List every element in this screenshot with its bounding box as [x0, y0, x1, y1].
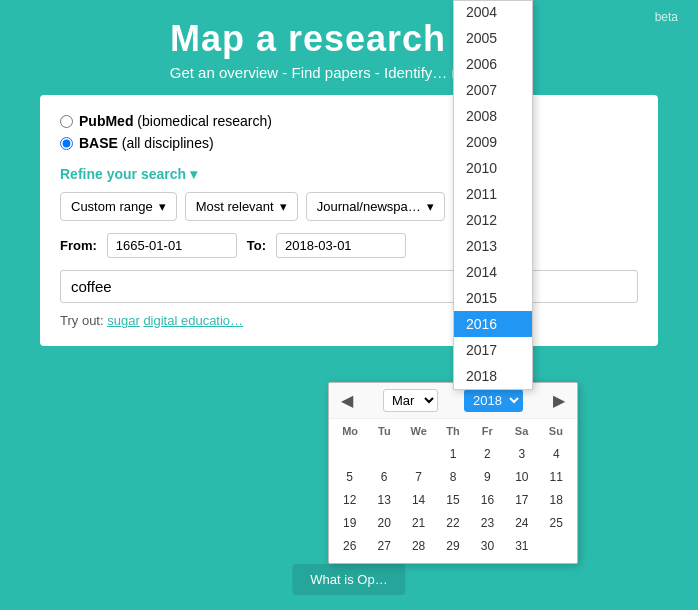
journal-chevron-icon: ▾: [427, 199, 434, 214]
calendar-year-select[interactable]: 2003200420052006200720082009201020112012…: [464, 389, 523, 412]
what-is-button[interactable]: What is Op…: [292, 564, 405, 595]
cal-day-21[interactable]: 21: [402, 512, 435, 534]
year-option-2006[interactable]: 2006: [454, 51, 532, 77]
to-date-input[interactable]: [276, 233, 406, 258]
database-radio-group: PubMed (biomedical research) BASE (all d…: [60, 113, 638, 151]
cal-day-22[interactable]: 22: [436, 512, 469, 534]
year-option-2015[interactable]: 2015: [454, 285, 532, 311]
journal-button[interactable]: Journal/newspa… ▾: [306, 192, 445, 221]
try-digital-link[interactable]: digital educatio…: [143, 313, 243, 328]
year-option-2009[interactable]: 2009: [454, 129, 532, 155]
cal-day-12[interactable]: 12: [333, 489, 366, 511]
journal-label: Journal/newspa…: [317, 199, 421, 214]
custom-range-label: Custom range: [71, 199, 153, 214]
cal-day-17[interactable]: 17: [505, 489, 538, 511]
cal-day-6[interactable]: 6: [367, 466, 400, 488]
try-sugar-link[interactable]: sugar: [107, 313, 140, 328]
cal-day-29[interactable]: 29: [436, 535, 469, 557]
cal-day-7[interactable]: 7: [402, 466, 435, 488]
cal-day-11[interactable]: 11: [540, 466, 573, 488]
main-card: PubMed (biomedical research) BASE (all d…: [40, 95, 658, 346]
year-option-2013[interactable]: 2013: [454, 233, 532, 259]
day-header-su: Su: [539, 423, 573, 439]
refine-label: Refine your search: [60, 166, 186, 182]
page-subtitle: Get an overview - Find papers - Identify…: [20, 64, 678, 81]
calendar-month-select[interactable]: JanFebMarAprMayJunJulAugSepOctNovDec: [383, 389, 438, 412]
pubmed-radio[interactable]: [60, 115, 73, 128]
to-label: To:: [247, 238, 266, 253]
cal-day-26[interactable]: 26: [333, 535, 366, 557]
year-option-2014[interactable]: 2014: [454, 259, 532, 285]
pubmed-option[interactable]: PubMed (biomedical research): [60, 113, 638, 129]
most-relevant-chevron-icon: ▾: [280, 199, 287, 214]
cal-day-1[interactable]: 1: [436, 443, 469, 465]
page-title: Map a research t…c: [20, 18, 678, 60]
cal-day-5[interactable]: 5: [333, 466, 366, 488]
cal-day-25[interactable]: 25: [540, 512, 573, 534]
year-option-2011[interactable]: 2011: [454, 181, 532, 207]
most-relevant-label: Most relevant: [196, 199, 274, 214]
cal-day-empty-0: [333, 443, 366, 465]
cal-day-23[interactable]: 23: [471, 512, 504, 534]
cal-day-9[interactable]: 9: [471, 466, 504, 488]
cal-day-13[interactable]: 13: [367, 489, 400, 511]
cal-day-14[interactable]: 14: [402, 489, 435, 511]
cal-day-2[interactable]: 2: [471, 443, 504, 465]
pubmed-desc: (biomedical research): [137, 113, 272, 129]
header: Map a research t…c Get an overview - Fin…: [0, 0, 698, 95]
day-header-sa: Sa: [504, 423, 538, 439]
cal-day-3[interactable]: 3: [505, 443, 538, 465]
year-option-2008[interactable]: 2008: [454, 103, 532, 129]
calendar-overlay: ◀ JanFebMarAprMayJunJulAugSepOctNovDec 2…: [328, 382, 578, 564]
base-desc: (all disciplines): [122, 135, 214, 151]
year-option-2004[interactable]: 2004: [454, 0, 532, 25]
year-option-2005[interactable]: 2005: [454, 25, 532, 51]
try-out-row: Try out: sugar digital educatio…: [60, 313, 638, 328]
from-label: From:: [60, 238, 97, 253]
from-date-input[interactable]: [107, 233, 237, 258]
custom-range-button[interactable]: Custom range ▾: [60, 192, 177, 221]
cal-day-19[interactable]: 19: [333, 512, 366, 534]
year-option-2018[interactable]: 2018: [454, 363, 532, 389]
cal-day-18[interactable]: 18: [540, 489, 573, 511]
beta-badge: beta: [655, 10, 678, 24]
year-option-2017[interactable]: 2017: [454, 337, 532, 363]
cal-day-27[interactable]: 27: [367, 535, 400, 557]
cal-day-24[interactable]: 24: [505, 512, 538, 534]
year-dropdown[interactable]: 2003200420052006200720082009201020112012…: [453, 0, 533, 390]
refine-link[interactable]: Refine your search ▾: [60, 166, 197, 182]
most-relevant-button[interactable]: Most relevant ▾: [185, 192, 298, 221]
day-header-th: Th: [436, 423, 470, 439]
search-input[interactable]: [60, 270, 638, 303]
day-header-tu: Tu: [367, 423, 401, 439]
custom-range-chevron-icon: ▾: [159, 199, 166, 214]
cal-day-15[interactable]: 15: [436, 489, 469, 511]
pubmed-label: PubMed: [79, 113, 133, 129]
calendar-next-button[interactable]: ▶: [549, 391, 569, 410]
cal-day-28[interactable]: 28: [402, 535, 435, 557]
calendar-days-header: MoTuWeThFrSaSu: [329, 419, 577, 441]
cal-day-16[interactable]: 16: [471, 489, 504, 511]
cal-day-30[interactable]: 30: [471, 535, 504, 557]
year-option-2016[interactable]: 2016: [454, 311, 532, 337]
calendar-prev-button[interactable]: ◀: [337, 391, 357, 410]
base-radio[interactable]: [60, 137, 73, 150]
cal-day-4[interactable]: 4: [540, 443, 573, 465]
date-range-row: From: To:: [60, 233, 638, 258]
cal-day-empty-2: [402, 443, 435, 465]
cal-day-31[interactable]: 31: [505, 535, 538, 557]
year-option-2007[interactable]: 2007: [454, 77, 532, 103]
year-option-2012[interactable]: 2012: [454, 207, 532, 233]
year-option-2010[interactable]: 2010: [454, 155, 532, 181]
day-header-mo: Mo: [333, 423, 367, 439]
base-label: BASE: [79, 135, 118, 151]
cal-day-empty-1: [367, 443, 400, 465]
filter-row: Custom range ▾ Most relevant ▾ Journal/n…: [60, 192, 638, 221]
day-header-we: We: [402, 423, 436, 439]
calendar-grid: 1234567891011121314151617181920212223242…: [329, 441, 577, 563]
cal-day-20[interactable]: 20: [367, 512, 400, 534]
try-out-label: Try out:: [60, 313, 104, 328]
base-option[interactable]: BASE (all disciplines): [60, 135, 638, 151]
cal-day-8[interactable]: 8: [436, 466, 469, 488]
cal-day-10[interactable]: 10: [505, 466, 538, 488]
